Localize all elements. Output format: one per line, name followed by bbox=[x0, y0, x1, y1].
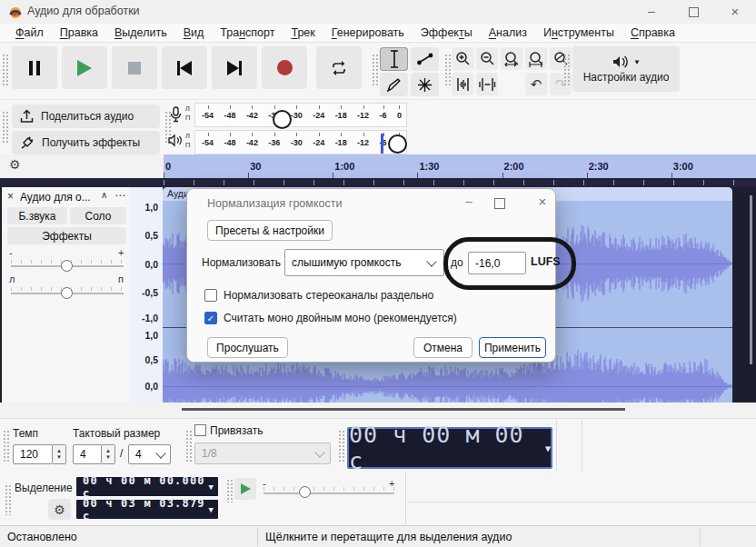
menu-select[interactable]: Выделить bbox=[106, 25, 175, 41]
track-title[interactable]: Аудио для о... bbox=[20, 191, 100, 204]
silence-selection-button[interactable] bbox=[476, 73, 498, 95]
zoom-out-button[interactable] bbox=[476, 47, 498, 70]
share-grip[interactable] bbox=[2, 111, 8, 144]
playback-meter[interactable]: -54-48-42-36-30-24-18-12-60 bbox=[194, 130, 407, 154]
menu-analyze[interactable]: Анализ bbox=[481, 25, 535, 41]
track-solo-button[interactable]: Соло bbox=[70, 207, 126, 224]
normalize-mode-select[interactable]: слышимую громкость bbox=[284, 249, 444, 276]
audio-setup-button[interactable]: ▼ Настройки аудио bbox=[572, 46, 680, 92]
skip-to-end-button[interactable] bbox=[212, 46, 257, 89]
vertical-scrollbar[interactable] bbox=[750, 195, 752, 364]
stereo-independent-checkbox[interactable] bbox=[204, 289, 217, 302]
menu-edit[interactable]: Правка bbox=[52, 25, 106, 41]
menu-transport[interactable]: Транспорт bbox=[212, 25, 283, 41]
envelope-tool-button[interactable] bbox=[411, 47, 439, 71]
menu-file[interactable]: Файл bbox=[7, 25, 52, 41]
draw-tool-button[interactable] bbox=[380, 73, 408, 96]
ruler-label: 0,0 bbox=[144, 259, 158, 270]
get-effects-button[interactable]: Получить эффекты bbox=[12, 131, 160, 154]
timeline-label: 1:00 bbox=[333, 161, 417, 172]
recording-meter[interactable]: -54-48-42-36-30-24-18-12-60 bbox=[194, 103, 407, 127]
undo-button[interactable]: ↶ bbox=[525, 73, 547, 95]
maximize-button[interactable] bbox=[689, 7, 699, 17]
speed-slider-thumb[interactable] bbox=[299, 486, 311, 498]
menu-tools[interactable]: Инструменты bbox=[535, 25, 622, 41]
menu-help[interactable]: Справка bbox=[622, 25, 683, 41]
timesig-spinner[interactable]: ▲▼ bbox=[102, 444, 115, 464]
snap-grip[interactable] bbox=[185, 430, 192, 462]
menu-tracks[interactable]: Трек bbox=[283, 25, 323, 41]
track-menu-icon[interactable]: ⋯ bbox=[114, 189, 125, 202]
time-display-caret-icon[interactable]: ▼ bbox=[545, 443, 551, 453]
time-display[interactable]: 00 ч 00 м 00 с ▼ bbox=[347, 427, 552, 469]
apply-button[interactable]: Применить bbox=[479, 337, 546, 358]
status-bar: Остановлено Щёлкните и перетащите для вы… bbox=[0, 525, 756, 547]
play-speed-grip[interactable] bbox=[226, 479, 233, 502]
tempo-spinner[interactable]: ▲▼ bbox=[53, 444, 66, 464]
vertical-scale-ruler[interactable]: 1,00,50,0-0,5-1,0 1,00,50,0 bbox=[130, 187, 164, 403]
ibeam-icon bbox=[389, 50, 400, 68]
menu-effects[interactable]: Эффекты bbox=[413, 25, 481, 41]
selection-start-field[interactable]: 00 ч 00 м 00.000 с▼ bbox=[76, 477, 218, 496]
selection-tool-button[interactable] bbox=[380, 47, 408, 71]
minimize-button[interactable]: – bbox=[638, 3, 665, 21]
play-button[interactable] bbox=[62, 46, 107, 89]
time-grip[interactable] bbox=[338, 430, 344, 462]
timesig-upper-input[interactable]: 4 bbox=[73, 444, 102, 464]
close-button[interactable]: × bbox=[721, 3, 749, 21]
upload-icon bbox=[20, 109, 34, 124]
zoom-fit-button[interactable] bbox=[525, 47, 547, 70]
stop-button[interactable] bbox=[112, 46, 157, 89]
rec-scale-tick: -30 bbox=[291, 111, 303, 120]
track-collapse-icon[interactable]: ∧ bbox=[101, 190, 107, 200]
trim-outside-selection-button[interactable] bbox=[452, 73, 473, 95]
chevron-down-icon bbox=[155, 448, 165, 458]
gain-slider-thumb[interactable] bbox=[61, 260, 73, 272]
zoom-selection-button[interactable] bbox=[501, 47, 522, 70]
pan-slider-thumb[interactable] bbox=[61, 287, 73, 299]
tempo-input[interactable]: 120 bbox=[13, 444, 53, 464]
speed-slider-track[interactable] bbox=[264, 492, 394, 494]
toolbar-time: Темп 120 ▲▼ Тактовый размер 4 ▲▼ / 4 При… bbox=[0, 418, 756, 472]
audio-setup-grip[interactable] bbox=[563, 54, 570, 86]
pause-button[interactable] bbox=[12, 46, 57, 89]
loop-button[interactable] bbox=[316, 46, 362, 89]
tools-grip[interactable] bbox=[372, 54, 378, 86]
pan-left-label: л bbox=[9, 274, 15, 284]
track-mute-button[interactable]: Б.звука bbox=[7, 207, 67, 224]
multi-tool-button[interactable] bbox=[411, 73, 439, 96]
dialog-close-button[interactable]: × bbox=[531, 194, 554, 210]
preview-button[interactable]: Прослушать bbox=[207, 337, 288, 358]
plug-icon bbox=[20, 135, 35, 150]
dialog-title: Нормализация громкости bbox=[207, 197, 342, 210]
horizontal-scrollbar[interactable] bbox=[182, 408, 625, 411]
menu-view[interactable]: Вид bbox=[175, 25, 213, 41]
play-scale-tick: -54 bbox=[202, 138, 214, 147]
snap-checkbox[interactable] bbox=[194, 424, 206, 436]
selection-grip[interactable] bbox=[5, 484, 11, 515]
presets-settings-button[interactable]: Пресеты & настройки bbox=[207, 220, 333, 241]
menu-generate[interactable]: Генерировать bbox=[323, 25, 413, 41]
dialog-minimize-button[interactable]: – bbox=[457, 194, 481, 211]
speaker-icon bbox=[612, 55, 630, 69]
track-close-icon[interactable]: × bbox=[7, 190, 14, 203]
edit-grip[interactable] bbox=[444, 54, 451, 86]
dialog-maximize-button[interactable] bbox=[494, 198, 505, 209]
play-at-speed-button[interactable] bbox=[234, 478, 256, 500]
skip-to-start-button[interactable] bbox=[162, 46, 207, 89]
track-effects-button[interactable]: Эффекты bbox=[7, 227, 126, 244]
timeline-gear-icon[interactable]: ⚙ bbox=[9, 157, 21, 172]
selection-gear-button[interactable]: ⚙ bbox=[48, 499, 71, 520]
cancel-button[interactable]: Отмена bbox=[413, 337, 472, 358]
stereo-independent-label: Нормализовать стереоканалы раздельно bbox=[224, 289, 433, 302]
dual-mono-checkbox[interactable]: ✓ bbox=[204, 312, 217, 324]
record-button[interactable] bbox=[262, 46, 307, 89]
selection-end-field[interactable]: 00 ч 03 м 03.879 с▼ bbox=[76, 500, 218, 519]
timeline-ruler[interactable]: 0301:001:302:002:303:00 bbox=[164, 154, 756, 178]
share-audio-button[interactable]: Поделиться аудио bbox=[12, 104, 160, 128]
timesig-lower-select[interactable]: 4 bbox=[128, 444, 171, 464]
transport-grip[interactable] bbox=[2, 54, 8, 86]
below-track-area bbox=[0, 403, 756, 418]
zoom-in-button[interactable] bbox=[452, 47, 473, 70]
tempo-grip[interactable] bbox=[3, 430, 9, 462]
